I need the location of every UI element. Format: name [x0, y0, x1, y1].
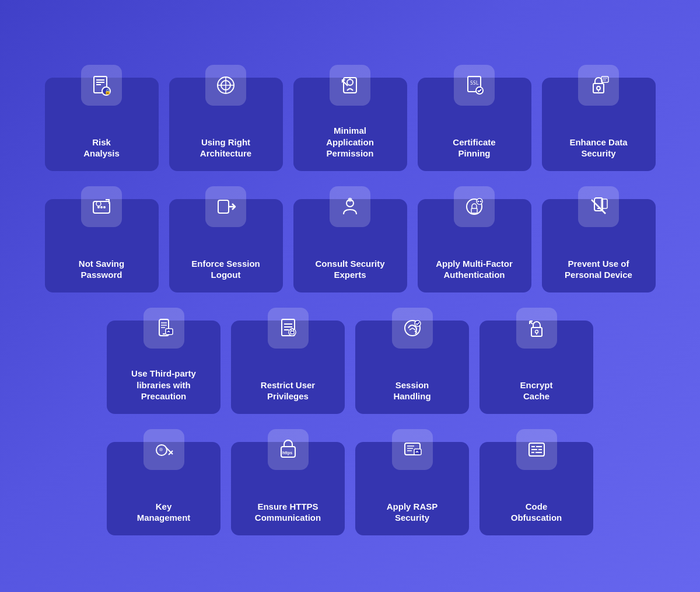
label-risk-analysis: Risk Analysis — [83, 137, 120, 159]
row-row2: Not Saving Password Enforce Session Logo… — [35, 199, 665, 292]
icon-use-third-party-libraries — [144, 308, 184, 349]
label-encrypt-cache: Encrypt Cache — [520, 379, 553, 402]
svg-line-40 — [592, 200, 606, 214]
label-not-saving-password: Not Saving Password — [79, 258, 124, 281]
svg-line-64 — [169, 452, 171, 455]
label-apply-rasp-security: Apply RASP Security — [387, 501, 438, 524]
svg-point-51 — [289, 329, 296, 336]
icon-enforce-session-logout — [205, 186, 246, 227]
icon-using-right-architecture — [205, 65, 246, 106]
icon-encrypt-cache — [516, 308, 557, 349]
svg-point-36 — [480, 200, 482, 202]
card-minimal-application-permission[interactable]: Minimal Application Permission — [293, 78, 407, 171]
label-enhance-data-security: Enhance Data Security — [569, 137, 627, 159]
icon-prevent-use-of-personal-device — [578, 186, 619, 227]
svg-point-56 — [535, 330, 538, 333]
icon-code-obfuscation — [516, 429, 557, 470]
card-use-third-party-libraries[interactable]: Use Third-party libraries with Precautio… — [107, 321, 220, 414]
svg-point-26 — [96, 201, 101, 206]
label-minimal-application-permission: Minimal Application Permission — [326, 125, 374, 159]
label-key-management: Key Management — [137, 501, 191, 524]
row-row4: Key Management https Ensure HTTPS Commun… — [35, 442, 665, 535]
svg-rect-33 — [471, 208, 477, 213]
card-code-obfuscation[interactable]: Code Obfuscation — [480, 442, 593, 535]
svg-rect-27 — [218, 200, 229, 213]
svg-rect-55 — [531, 328, 542, 336]
card-prevent-use-of-personal-device[interactable]: Prevent Use of Personal Device — [542, 199, 656, 292]
svg-point-65 — [159, 448, 163, 451]
icon-ensure-https-communication: https — [268, 429, 309, 470]
label-restrict-user-privileges: Restrict User Privileges — [261, 379, 315, 402]
svg-point-17 — [597, 86, 600, 90]
card-enforce-session-logout[interactable]: Enforce Session Logout — [169, 199, 283, 292]
svg-text:https: https — [282, 451, 292, 455]
card-session-handling[interactable]: Session Handling — [355, 321, 469, 414]
card-using-right-architecture[interactable]: Using Right Architecture — [169, 78, 283, 171]
card-enhance-data-security[interactable]: Enhance Data Security — [542, 78, 656, 171]
card-consult-security-experts[interactable]: Consult Security Experts — [293, 199, 407, 292]
label-prevent-use-of-personal-device: Prevent Use of Personal Device — [565, 258, 632, 281]
icon-minimal-application-permission — [330, 65, 370, 106]
card-restrict-user-privileges[interactable]: Restrict User Privileges — [231, 321, 345, 414]
icon-consult-security-experts — [330, 186, 370, 227]
icon-apply-multi-factor-authentication — [454, 186, 495, 227]
svg-rect-31 — [348, 200, 352, 201]
label-enforce-session-logout: Enforce Session Logout — [191, 258, 260, 281]
label-session-handling: Session Handling — [393, 379, 430, 402]
icon-not-saving-password — [81, 186, 122, 227]
label-certificate-pinning: Certificate Pinning — [453, 137, 495, 159]
svg-point-24 — [100, 206, 103, 208]
card-key-management[interactable]: Key Management — [107, 442, 220, 535]
icon-restrict-user-privileges — [268, 308, 309, 349]
label-ensure-https-communication: Ensure HTTPS Communication — [255, 501, 321, 524]
card-risk-analysis[interactable]: 🔒 Risk Analysis — [45, 78, 159, 171]
icon-key-management — [144, 429, 184, 470]
row-row3: Use Third-party libraries with Precautio… — [35, 321, 665, 414]
card-apply-multi-factor-authentication[interactable]: Apply Multi-Factor Authentication — [418, 199, 531, 292]
label-consult-security-experts: Consult Security Experts — [315, 258, 384, 281]
svg-text:🔒: 🔒 — [104, 88, 111, 95]
label-code-obfuscation: Code Obfuscation — [511, 501, 562, 524]
label-use-third-party-libraries: Use Third-party libraries with Precautio… — [131, 368, 196, 402]
card-not-saving-password[interactable]: Not Saving Password — [45, 199, 159, 292]
icon-enhance-data-security — [578, 65, 619, 106]
card-certificate-pinning[interactable]: SSL Certificate Pinning — [418, 78, 531, 171]
svg-point-35 — [478, 200, 480, 202]
svg-point-11 — [347, 79, 353, 85]
card-encrypt-cache[interactable]: Encrypt Cache — [480, 321, 593, 414]
svg-text:SSL: SSL — [470, 81, 479, 86]
icon-apply-rasp-security — [392, 429, 433, 470]
label-apply-multi-factor-authentication: Apply Multi-Factor Authentication — [436, 258, 513, 281]
card-ensure-https-communication[interactable]: https Ensure HTTPS Communication — [231, 442, 345, 535]
icon-session-handling — [392, 308, 433, 349]
icon-certificate-pinning: SSL — [454, 65, 495, 106]
row-row1: 🔒 Risk Analysis Using Right Architecture… — [35, 78, 665, 171]
svg-point-25 — [103, 206, 106, 208]
card-apply-rasp-security[interactable]: Apply RASP Security — [355, 442, 469, 535]
label-using-right-architecture: Using Right Architecture — [200, 137, 251, 159]
icon-risk-analysis: 🔒 — [81, 65, 122, 106]
